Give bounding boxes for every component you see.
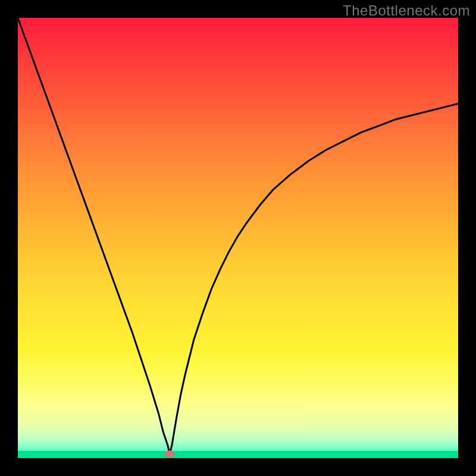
minimum-marker xyxy=(164,450,175,458)
plot-area xyxy=(18,18,458,458)
chart-frame: TheBottleneck.com xyxy=(0,0,476,476)
watermark-text: TheBottleneck.com xyxy=(343,2,470,19)
curve-line xyxy=(18,18,458,458)
